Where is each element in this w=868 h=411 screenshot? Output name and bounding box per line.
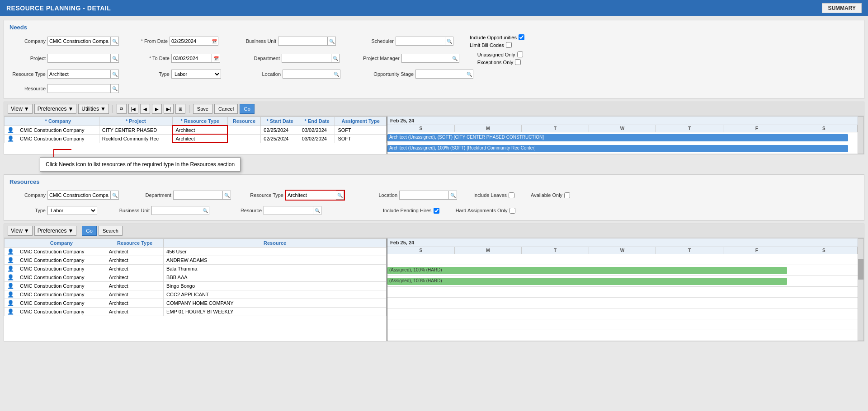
location-input[interactable] (283, 70, 332, 79)
th-end-date[interactable]: * End Date (299, 117, 335, 126)
scheduler-search-icon[interactable]: 🔍 (445, 37, 453, 46)
unassigned-checkbox[interactable] (517, 51, 523, 57)
resources-table-row[interactable]: 👤 CMiC Construction Company Architect AN… (5, 256, 387, 265)
business-unit-input[interactable] (278, 37, 328, 46)
limit-bill-checkbox[interactable] (506, 42, 512, 48)
row-icon-cell: 👤 (5, 134, 17, 143)
res-department-input[interactable] (173, 191, 223, 200)
res-resource-input[interactable] (264, 206, 313, 215)
opportunity-stage-input[interactable] (415, 70, 465, 79)
grid-view-button[interactable]: ⊞ (175, 104, 185, 114)
row-icon-cell: 👤 (5, 308, 17, 316)
nav-last-button[interactable]: ▶| (164, 104, 174, 114)
res-type-cell: Architect (106, 265, 163, 273)
location-search-icon[interactable]: 🔍 (332, 70, 340, 79)
needs-utilities-button[interactable]: Utilities ▼ (78, 104, 109, 114)
resource-type-search-icon[interactable]: 🔍 (111, 70, 119, 79)
res-company-cell: CMiC Construction Company (17, 290, 106, 299)
copy-icon-button[interactable]: ⧉ (117, 104, 127, 114)
needs-grid-scrollbar[interactable] (858, 117, 864, 154)
include-opps-checkbox[interactable] (519, 34, 524, 40)
to-date-calendar-icon[interactable]: 📅 (212, 54, 220, 63)
resources-gantt-row1 (387, 254, 858, 265)
resource-type-input-group: 🔍 (47, 70, 119, 79)
th-start-date[interactable]: * Start Date (261, 117, 299, 126)
type-select[interactable]: Labor (171, 70, 221, 79)
res-resource-type-input[interactable] (286, 191, 336, 200)
needs-resource-type-cell2 (172, 134, 227, 143)
res-company-search-icon[interactable]: 🔍 (111, 191, 119, 200)
scheduler-input[interactable] (396, 37, 445, 46)
company-input[interactable] (47, 37, 111, 46)
res-include-pending-checkbox[interactable] (434, 208, 439, 214)
needs-table-row[interactable]: 👤 CMiC Construction Company Rockford Com… (5, 134, 387, 143)
to-date-input[interactable] (171, 54, 212, 63)
opportunity-stage-search-icon[interactable]: 🔍 (465, 70, 473, 79)
resource-search-icon[interactable]: 🔍 (111, 84, 119, 93)
res-go-button[interactable]: Go (82, 226, 97, 236)
gantt-day-s2: S (790, 125, 858, 132)
resources-table-row[interactable]: 👤 CMiC Construction Company Architect Bi… (5, 282, 387, 290)
th-resource[interactable]: Resource (227, 117, 261, 126)
row-icon-cell: 👤 (5, 265, 17, 273)
resources-grid-scrollbar[interactable] (858, 238, 864, 341)
needs-resource-type-cell[interactable] (172, 126, 227, 134)
res-available-only-checkbox[interactable] (564, 192, 570, 198)
res-hard-assignments-checkbox[interactable] (509, 208, 515, 214)
resources-table-row[interactable]: 👤 CMiC Construction Company Architect CC… (5, 290, 387, 299)
resources-table-row[interactable]: 👤 CMiC Construction Company Architect BB… (5, 273, 387, 282)
th-project[interactable]: * Project (99, 117, 172, 126)
th-assignment-type[interactable]: Assigment Type (335, 117, 387, 126)
th-res-company[interactable]: Company (17, 239, 106, 248)
resources-table-row[interactable]: 👤 CMiC Construction Company Architect CO… (5, 299, 387, 308)
project-manager-search-icon[interactable]: 🔍 (451, 54, 459, 63)
resources-table-row[interactable]: 👤 CMiC Construction Company Architect EM… (5, 308, 387, 316)
th-resource-type[interactable]: * Resource Type (172, 117, 227, 126)
needs-go-button[interactable]: Go (240, 104, 255, 114)
needs-table-row[interactable]: 👤 CMiC Construction Company CITY CENTER … (5, 126, 387, 134)
res-company-input[interactable] (47, 191, 111, 200)
needs-cancel-button[interactable]: Cancel (214, 104, 238, 114)
res-search-button[interactable]: Search (99, 226, 123, 236)
res-department-search-icon[interactable]: 🔍 (223, 191, 231, 200)
res-resource-type-search-icon[interactable]: 🔍 (336, 191, 344, 200)
needs-view-button[interactable]: View ▼ (8, 104, 33, 114)
resource-type-cell2-input[interactable] (175, 136, 216, 141)
scheduler-input-group: 🔍 (396, 37, 453, 46)
nav-prev-button[interactable]: ◀ (140, 104, 150, 114)
resource-type-input[interactable] (47, 70, 111, 79)
project-manager-input[interactable] (401, 54, 451, 63)
res-business-unit-input[interactable] (151, 206, 201, 215)
resources-table-row[interactable]: 👤 CMiC Construction Company Architect 45… (5, 248, 387, 256)
from-date-calendar-icon[interactable]: 📅 (210, 37, 218, 46)
th-company[interactable]: * Company (17, 117, 99, 126)
summary-button[interactable]: SUMMARY (822, 3, 862, 13)
project-search-icon[interactable]: 🔍 (111, 54, 119, 63)
resources-table-row[interactable]: 👤 CMiC Construction Company Architect Ba… (5, 265, 387, 273)
th-res-type[interactable]: Resource Type (106, 239, 163, 248)
department-input[interactable] (282, 54, 331, 63)
res-location-input[interactable] (399, 191, 449, 200)
res-type-select[interactable]: Labor (47, 206, 97, 215)
nav-first-button[interactable]: |◀ (128, 104, 138, 114)
from-date-input[interactable] (170, 37, 210, 46)
th-res-resource[interactable]: Resource (164, 239, 387, 248)
res-business-unit-search-icon[interactable]: 🔍 (201, 206, 209, 215)
nav-next-button[interactable]: ▶ (152, 104, 162, 114)
project-input[interactable] (47, 54, 111, 63)
resource-input[interactable] (47, 84, 111, 93)
company-search-icon[interactable]: 🔍 (111, 37, 119, 46)
res-view-button[interactable]: View ▼ (8, 226, 33, 236)
business-unit-search-icon[interactable]: 🔍 (328, 37, 336, 46)
unassigned-label: Unassigned Only (477, 52, 515, 57)
needs-preferences-button[interactable]: Preferences ▼ (34, 104, 77, 114)
res-resource-search-icon[interactable]: 🔍 (313, 206, 321, 215)
res-location-search-icon[interactable]: 🔍 (449, 191, 457, 200)
department-search-icon[interactable]: 🔍 (331, 54, 340, 63)
exceptions-checkbox[interactable] (515, 59, 521, 65)
needs-save-button[interactable]: Save (193, 104, 212, 114)
res-include-leaves-checkbox[interactable] (509, 192, 514, 198)
res-preferences-button[interactable]: Preferences ▼ (34, 226, 77, 236)
company-label: Company (9, 38, 46, 44)
resource-type-cell-input[interactable] (175, 127, 216, 133)
